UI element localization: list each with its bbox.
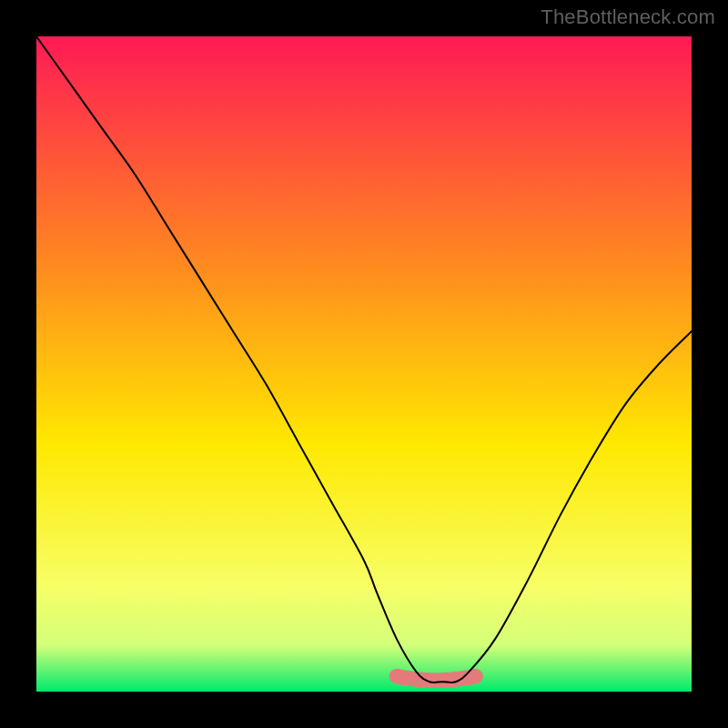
gradient-background [36, 36, 692, 692]
chart-svg [36, 36, 692, 692]
plot-area [36, 36, 692, 692]
chart-stage: TheBottleneck.com [0, 0, 728, 728]
watermark-text: TheBottleneck.com [541, 5, 715, 29]
